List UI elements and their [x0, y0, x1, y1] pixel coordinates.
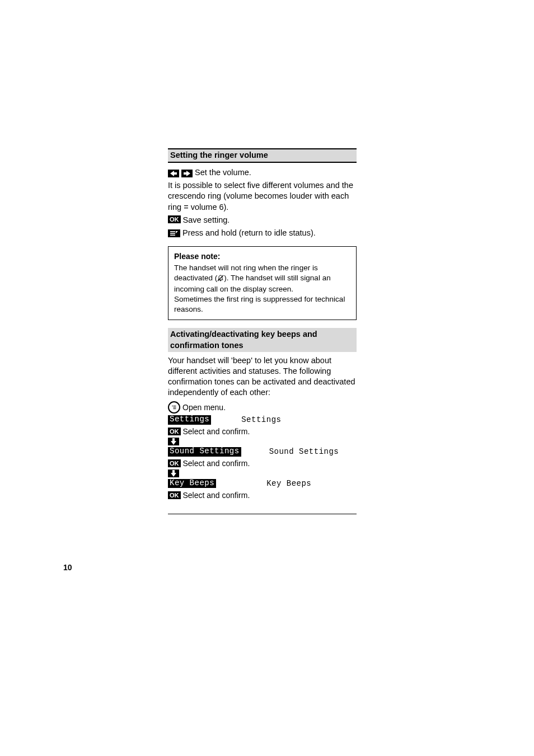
key-beeps-inverse-label: Key Beeps [168, 479, 216, 488]
sound-settings-line: Sound Settings Sound Settings [168, 447, 357, 457]
key-beeps-line: Key Beeps Key Beeps [168, 478, 357, 489]
section-heading: Setting the ringer volume [168, 148, 357, 163]
note-line-2: Sometimes the first ring is suppressed f… [174, 294, 350, 314]
footer-rule [168, 514, 357, 514]
left-arrow-key-icon [168, 170, 179, 177]
down-line-1 [168, 438, 357, 445]
volume-options-text: It is possible to select five different … [168, 180, 357, 212]
ok-line-2: OK Select and confirm. [168, 458, 357, 468]
svg-rect-7 [174, 408, 176, 409]
settings-plain-label: Settings [241, 415, 281, 425]
select-confirm-3: Select and confirm. [183, 490, 250, 500]
select-confirm-2: Select and confirm. [183, 458, 250, 468]
open-menu-line: Open menu. [168, 401, 357, 414]
menu-steps: Open menu. Settings Settings OK Select a… [168, 401, 357, 500]
note-title: Please note: [174, 251, 350, 261]
back-key-icon [168, 229, 180, 237]
ok-line-1: OK Select and confirm. [168, 426, 357, 436]
svg-rect-5 [174, 406, 176, 406]
section-heading-text: Setting the ringer volume [168, 149, 357, 162]
svg-rect-0 [170, 231, 175, 232]
svg-rect-2 [170, 234, 175, 236]
svg-rect-1 [170, 233, 175, 234]
open-menu-text: Open menu. [182, 402, 226, 412]
ok-key-icon-4: OK [168, 491, 181, 499]
down-line-2 [168, 469, 357, 477]
settings-line: Settings Settings [168, 415, 357, 425]
sound-settings-plain-label: Sound Settings [269, 447, 339, 457]
ok-line-3: OK Select and confirm. [168, 490, 357, 500]
settings-inverse-label: Settings [168, 415, 211, 424]
page-number: 10 [63, 562, 72, 572]
ok-key-icon-2: OK [168, 428, 181, 435]
ok-key-icon-3: OK [168, 459, 181, 467]
right-arrow-key-icon [181, 170, 193, 177]
down-arrow-key-icon-2 [168, 469, 179, 477]
subsection-heading: Activating/deactivating key beeps and co… [168, 328, 357, 351]
set-volume-text: Set the volume. [195, 168, 251, 177]
down-arrow-key-icon-1 [168, 438, 179, 445]
note-line-1: The handset will not ring when the ringe… [174, 263, 350, 294]
svg-point-4 [172, 406, 173, 407]
menu-button-icon [168, 401, 180, 414]
select-confirm-1: Select and confirm. [183, 426, 250, 436]
svg-rect-6 [174, 407, 176, 408]
ok-save-line: OK Save setting. [168, 215, 357, 226]
body2-p1: Your handset will 'beep' to let you know… [168, 355, 357, 398]
set-volume-line: Set the volume. [168, 167, 357, 178]
ok-save-text: Save setting. [183, 215, 230, 224]
key-beeps-plain-label: Key Beeps [266, 478, 311, 489]
sound-settings-inverse-label: Sound Settings [168, 447, 241, 456]
back-hold-text: Press and hold (return to idle status). [182, 228, 316, 237]
back-hold-line: Press and hold (return to idle status). [168, 228, 357, 238]
ok-key-icon: OK [168, 215, 181, 223]
bell-off-icon [217, 274, 224, 284]
note-box: Please note: The handset will not ring w… [168, 246, 357, 321]
